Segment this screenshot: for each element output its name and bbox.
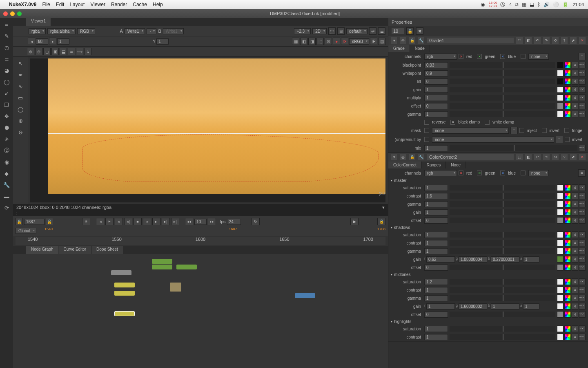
close-panel-icon[interactable]: ✕ [579,37,586,44]
color-swatch[interactable] [557,303,564,310]
pen-icon[interactable]: ✒ [16,71,24,79]
num-btn[interactable]: 4 [572,111,578,117]
d-icon[interactable]: Ⓓ [2,146,11,155]
minimize-window-button[interactable] [10,11,15,16]
color-wheel-icon[interactable] [564,334,571,340]
color-wheel-icon[interactable] [564,256,571,263]
fstop-input[interactable]: 1 [57,38,69,45]
lock-props-icon[interactable]: 🔒 [406,27,414,35]
mix-input[interactable]: 1 [424,145,448,151]
gain-g-input[interactable]: 1.08000004 [459,256,487,263]
panel-name-input[interactable]: Grade1 [427,38,514,43]
tab-ranges[interactable]: Ranges [422,162,446,168]
fps-step-input[interactable]: 10 [194,219,207,225]
zoom-dropdown[interactable]: ÷2.3 [294,28,311,34]
node-selected[interactable] [114,311,135,316]
eq-btn[interactable]: = [578,53,586,60]
color-swatch[interactable] [557,70,564,76]
eq-btn[interactable]: = [578,169,586,177]
anim-icon[interactable]: 〰 [579,217,586,224]
multiply-input[interactable]: 1 [424,95,448,101]
write-a-dropdown[interactable]: Write1 [125,28,145,34]
tool-icon-5[interactable]: ⬓ [60,48,67,55]
color-wheel-icon[interactable] [564,248,571,254]
gain-a-input[interactable]: 1 [523,303,539,310]
color-swatch[interactable] [557,78,564,85]
record-btn[interactable]: ● [333,38,340,45]
playhead-marker[interactable]: 1687 [229,227,237,231]
timeline[interactable]: 1540 1550 1600 1650 1700 [16,237,385,245]
menu-layout[interactable]: Layout [70,2,85,7]
tag-icon[interactable]: ◆ [2,169,11,177]
viewer-btn-4[interactable]: ☰ [378,27,385,35]
num-btn[interactable]: 4 [572,86,578,93]
slider[interactable] [450,287,555,293]
num-btn[interactable]: 4 [572,78,578,85]
layers-icon[interactable]: ❒ [2,101,11,109]
color-wheel-icon[interactable] [564,325,571,332]
pbtn-1[interactable]: ⬚ [516,154,523,160]
section-master[interactable]: master [388,177,588,184]
circle-icon[interactable]: ◯ [2,78,11,86]
tool-icon-7[interactable]: ⟿ [76,48,83,55]
anim-icon[interactable]: 〰 [579,325,586,332]
ellipse-icon[interactable]: ◯ [16,105,24,113]
slider[interactable] [450,265,555,270]
tool-icon-1[interactable]: ⊕ [27,48,34,55]
color-swatch[interactable] [557,334,564,340]
color-swatch[interactable] [557,184,564,191]
slider[interactable] [450,95,555,101]
prev-btn[interactable]: ◂ [28,38,35,45]
slider[interactable] [450,295,555,301]
fps-input[interactable]: 24 [227,219,241,225]
whiteclamp-checkbox[interactable] [485,120,490,125]
recorder-icon[interactable]: ◉ [481,2,485,7]
gain-input[interactable]: 1 [424,87,448,93]
y-input[interactable]: 1 [156,38,169,45]
color-wheel-icon[interactable] [564,231,571,238]
anim-icon[interactable]: 〰 [579,201,586,207]
float-icon[interactable]: ⬈ [570,154,577,160]
anim-icon[interactable]: 〰 [579,240,586,246]
wrench-icon[interactable]: 🔧 [418,154,424,160]
slider[interactable] [450,201,555,207]
tab-node[interactable]: Node [446,162,466,168]
clock-icon[interactable]: ◷ [2,43,11,52]
num-btn[interactable]: 4 [572,201,578,207]
section-highlights[interactable]: highlights [388,319,588,325]
color-wheel-icon[interactable] [564,111,571,117]
color-wheel-icon[interactable] [564,184,571,191]
color-swatch[interactable] [557,111,564,117]
range-start-marker[interactable]: 1540 [45,227,53,231]
fullscreen-btn[interactable]: ▶ [350,218,359,225]
viewer-btn-2[interactable]: ⊞ [337,27,345,35]
pbtn-1[interactable]: ⬚ [516,37,523,44]
tab-dope-sheet[interactable]: Dope Sheet [91,246,123,254]
bluetooth-icon[interactable]: ᛒ [537,2,540,7]
val-input[interactable]: 1 [424,248,448,254]
blue-checkbox[interactable]: ✕ [500,54,505,59]
color-wheel-icon[interactable] [564,193,571,199]
color-swatch[interactable] [557,94,564,101]
val-input[interactable]: 1 [424,232,448,238]
none-dropdown[interactable]: none [528,54,549,60]
adobe-icon[interactable]: Ⓐ [500,1,505,8]
color-wheel-icon[interactable] [564,240,571,246]
dim-dropdown[interactable]: 2D [312,28,327,34]
num-btn[interactable]: 4 [572,209,578,215]
fringe-checkbox[interactable] [564,128,569,133]
node[interactable] [152,259,172,264]
undo-icon[interactable]: ↶ [534,154,541,160]
node[interactable] [111,270,131,275]
node[interactable] [114,291,135,296]
red-checkbox[interactable]: ✕ [459,54,463,59]
tool-icon-3[interactable]: ◻ [43,48,51,55]
color-swatch[interactable] [557,311,564,318]
undo-icon[interactable]: ↶ [534,37,541,44]
float-icon[interactable]: ⬈ [570,37,577,44]
node-image[interactable] [170,283,181,292]
tool-icon-8[interactable]: ↳ [84,48,91,55]
loop-back-btn[interactable]: ◂◂ [185,218,193,225]
gain-b-input[interactable]: 0.27000001 [491,256,519,263]
vb-d[interactable]: ⬚ [316,38,324,45]
